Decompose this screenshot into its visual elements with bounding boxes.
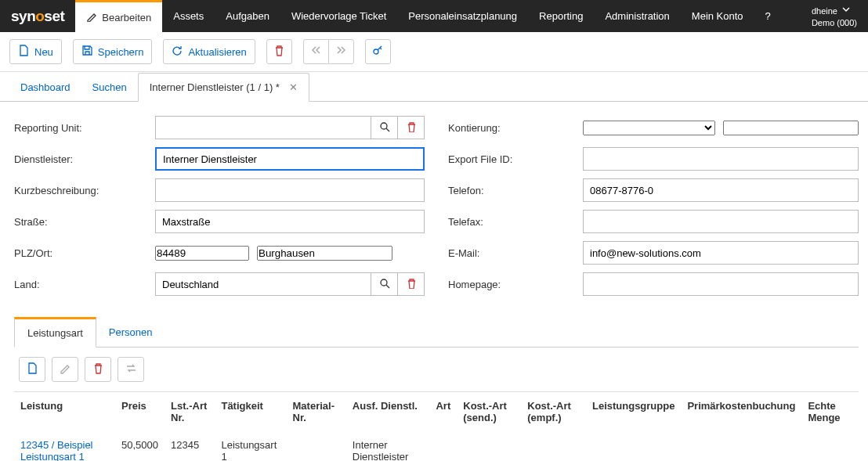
nav-reporting[interactable]: Reporting xyxy=(528,0,594,32)
label-export-file-id: Export File ID: xyxy=(448,153,583,165)
land-clear-button[interactable] xyxy=(398,272,425,296)
nav-administration[interactable]: Administration xyxy=(594,0,680,32)
telefon-input[interactable] xyxy=(583,178,859,202)
strasse-input[interactable] xyxy=(155,210,425,233)
land-search-button[interactable] xyxy=(371,272,398,296)
nav-bearbeiten[interactable]: Bearbeiten xyxy=(75,0,162,32)
kurzbeschreibung-input[interactable] xyxy=(155,178,425,202)
refresh-icon xyxy=(172,45,183,59)
reporting-unit-input[interactable] xyxy=(155,116,371,139)
double-left-icon xyxy=(310,45,322,59)
label-kurzbeschreibung: Kurzbeschreibung: xyxy=(14,185,155,196)
save-button[interactable]: Speichern xyxy=(73,39,153,64)
nav-help[interactable]: ? xyxy=(754,0,782,32)
col-preis[interactable]: Preis xyxy=(115,392,165,432)
col-materialnr[interactable]: Material-Nr. xyxy=(287,392,346,432)
col-taetigkeit[interactable]: Tätigkeit xyxy=(215,392,286,432)
nav-first-button[interactable] xyxy=(303,39,329,64)
button-label: Neu xyxy=(34,46,53,58)
ort-input[interactable] xyxy=(257,246,392,261)
label-plzort: PLZ/Ort: xyxy=(14,247,155,259)
kontierung-input[interactable] xyxy=(723,121,859,135)
key-icon xyxy=(372,45,384,59)
sub-delete-button[interactable] xyxy=(85,357,111,382)
export-file-id-input[interactable] xyxy=(583,147,859,171)
subtab-strip: Leistungsart Personen xyxy=(14,316,859,348)
col-leistung[interactable]: Leistung xyxy=(14,392,115,432)
nav-label: Assets xyxy=(173,10,204,22)
sub-new-button[interactable] xyxy=(19,357,45,382)
search-icon xyxy=(379,278,390,291)
trash-icon xyxy=(92,362,104,376)
reporting-unit-search-button[interactable] xyxy=(371,116,398,139)
homepage-input[interactable] xyxy=(583,272,859,296)
form-col-right: Kontierung: Export File ID: Telefon: Tel… xyxy=(448,116,859,304)
col-ausf[interactable]: Ausf. Dienstl. xyxy=(346,392,430,432)
cell-echte xyxy=(801,431,859,461)
col-art[interactable]: Art xyxy=(429,392,457,432)
trash-icon xyxy=(273,45,285,59)
plz-input[interactable] xyxy=(155,246,249,261)
dienstleister-input[interactable] xyxy=(155,147,425,171)
col-echte[interactable]: Echte Menge xyxy=(801,392,859,432)
refresh-button[interactable]: Aktualisieren xyxy=(163,39,255,64)
land-input[interactable] xyxy=(155,272,371,296)
sub-toolbar xyxy=(14,348,859,391)
label-land: Land: xyxy=(14,279,155,290)
tab-dashboard[interactable]: Dashboard xyxy=(9,74,81,101)
sub-swap-button[interactable] xyxy=(118,357,144,382)
nav-label: ? xyxy=(765,10,771,22)
user-org: Demo (000) xyxy=(812,17,857,28)
new-button[interactable]: Neu xyxy=(9,39,62,64)
tab-suchen[interactable]: Suchen xyxy=(81,74,138,101)
label-email: E-Mail: xyxy=(448,247,583,259)
nav-assets[interactable]: Assets xyxy=(162,0,215,32)
tab-strip: Dashboard Suchen Interner Dienstleister … xyxy=(0,72,868,102)
nav-label: Mein Konto xyxy=(692,10,743,22)
col-gruppe[interactable]: Leistungsgruppe xyxy=(586,392,681,432)
close-icon[interactable]: ✕ xyxy=(289,81,298,93)
nav-label: Personaleinsatzplanung xyxy=(408,10,517,22)
button-label: Speichern xyxy=(98,46,144,58)
delete-button[interactable] xyxy=(266,39,292,64)
file-icon xyxy=(18,45,30,59)
sub-edit-button[interactable] xyxy=(52,357,78,382)
subtab-personen[interactable]: Personen xyxy=(96,316,165,347)
cell-primaer xyxy=(681,431,801,461)
key-button[interactable] xyxy=(365,39,391,64)
reporting-unit-clear-button[interactable] xyxy=(398,116,425,139)
cell-art xyxy=(429,431,457,461)
user-name: dheine xyxy=(812,5,837,16)
col-kost-empf[interactable]: Kost.-Art (empf.) xyxy=(521,392,586,432)
nav-personaleinsatz[interactable]: Personaleinsatzplanung xyxy=(397,0,528,32)
label-telefon: Telefon: xyxy=(448,185,583,196)
email-input[interactable] xyxy=(583,241,859,265)
subtab-leistungsart[interactable]: Leistungsart xyxy=(14,317,96,348)
search-icon xyxy=(379,121,390,135)
nav-label: Aufgaben xyxy=(226,10,269,22)
cell-kost-empf xyxy=(521,431,586,461)
nav-user-menu[interactable]: dheine Demo (000) xyxy=(804,0,868,32)
cell-leistung[interactable]: 12345 / Beispiel Leistungsart 1 xyxy=(14,431,115,461)
brand-part: syn xyxy=(11,8,35,25)
nav-last-button[interactable] xyxy=(328,39,354,64)
cell-preis: 50,5000 xyxy=(115,431,165,461)
nav-label: Administration xyxy=(605,10,669,22)
telefax-input[interactable] xyxy=(583,210,859,233)
col-kost-send[interactable]: Kost.-Art (send.) xyxy=(457,392,521,432)
nav-wiedervorlage[interactable]: Wiedervorlage Ticket xyxy=(280,0,397,32)
kontierung-select[interactable] xyxy=(583,121,715,135)
tab-label: Dashboard xyxy=(20,81,71,93)
label-reporting-unit: Reporting Unit: xyxy=(14,122,155,134)
table-row[interactable]: 12345 / Beispiel Leistungsart 1 50,5000 … xyxy=(14,431,859,461)
toolbar: Neu Speichern Aktualisieren xyxy=(0,32,868,72)
nav-mein-konto[interactable]: Mein Konto xyxy=(681,0,754,32)
pencil-icon xyxy=(60,362,71,376)
form-area: Reporting Unit: Dienstleister: Kurzbesch… xyxy=(0,102,868,312)
nav-aufgaben[interactable]: Aufgaben xyxy=(215,0,280,32)
cell-lstnr: 12345 xyxy=(165,431,215,461)
subtab-label: Leistungsart xyxy=(27,327,83,339)
col-lstnr[interactable]: Lst.-Art Nr. xyxy=(165,392,215,432)
tab-interner-dienstleister[interactable]: Interner Dienstleister (1 / 1) * ✕ xyxy=(138,73,309,102)
col-primaer[interactable]: Primärkostenbuchung xyxy=(681,392,801,432)
